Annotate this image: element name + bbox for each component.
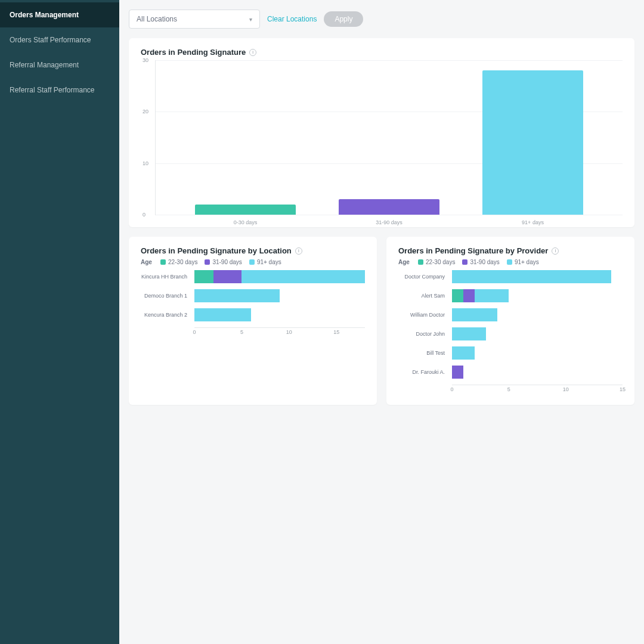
y-tick-label: 0 — [143, 212, 145, 218]
x-tick-label: 31-90 days — [376, 219, 402, 225]
x-tick-label: 5 — [507, 386, 510, 392]
info-icon[interactable]: i — [295, 247, 302, 255]
bar-segment[interactable] — [452, 366, 463, 379]
bar[interactable] — [482, 70, 583, 215]
chevron-down-icon: ▾ — [249, 16, 252, 23]
chart-by-location: Kincura HH BranchDemoco Branch 1Kencura … — [141, 270, 365, 336]
legend-text: 91+ days — [257, 259, 281, 265]
category-label: Doctor Company — [398, 274, 448, 280]
bar-segment[interactable] — [194, 270, 213, 283]
bar[interactable] — [195, 205, 296, 215]
legend-label: Age — [398, 259, 410, 265]
info-icon[interactable]: i — [249, 49, 256, 56]
bar-segment[interactable] — [452, 346, 475, 360]
legend-item: 91+ days — [507, 259, 539, 265]
chart-by-provider: Doctor CompanyAlert SamWilliam DoctorDoc… — [398, 270, 623, 393]
card-title: Orders in Pending Signature — [141, 48, 246, 57]
bar-segment[interactable] — [194, 289, 280, 302]
sidebar: Orders Management Orders Staff Performan… — [0, 0, 119, 644]
bar-segment[interactable] — [452, 308, 497, 321]
legend-text: 22-30 days — [168, 259, 197, 265]
x-tick-label: 10 — [563, 386, 569, 392]
location-select-value: All Locations — [137, 15, 177, 23]
legend-swatch — [249, 259, 255, 265]
x-tick-label: 0 — [450, 386, 453, 392]
sidebar-item-referral-staff-performance[interactable]: Referral Staff Performance — [0, 78, 119, 103]
y-tick-label: 30 — [143, 57, 148, 63]
apply-button[interactable]: Apply — [324, 11, 363, 27]
info-icon[interactable]: i — [552, 247, 559, 255]
legend-text: 31-90 days — [212, 259, 242, 265]
sidebar-item-referral-management[interactable]: Referral Management — [0, 52, 119, 78]
legend-swatch — [205, 259, 210, 265]
x-tick-label: 15 — [620, 386, 626, 392]
category-label: Kincura HH Branch — [141, 274, 191, 280]
legend-item: 31-90 days — [462, 259, 499, 265]
x-tick-label: 5 — [240, 329, 243, 335]
bar-segment[interactable] — [242, 270, 365, 283]
location-select[interactable]: All Locations ▾ — [129, 10, 260, 29]
card-by-provider: Orders in Pending Signature by Provider … — [386, 237, 634, 405]
category-label: Doctor John — [398, 331, 448, 337]
chart-row: Dr. Farouki A. — [452, 366, 623, 379]
card-row: Orders in Pending Signature by Location … — [129, 237, 634, 405]
bar-segment[interactable] — [213, 270, 242, 283]
x-tick-label: 0-30 days — [234, 219, 258, 225]
card-title: Orders in Pending Signature by Location — [141, 246, 292, 255]
x-tick-label: 0 — [193, 329, 196, 335]
category-label: Democo Branch 1 — [141, 293, 191, 299]
chart-row: Bill Test — [452, 346, 623, 360]
main-content: All Locations ▾ Clear Locations Apply Or… — [119, 0, 644, 644]
card-pending-signature: Orders in Pending Signature i 01020300-3… — [129, 38, 634, 227]
legend-item: 91+ days — [249, 259, 281, 265]
legend-text: 91+ days — [515, 259, 539, 265]
chart-row: Doctor John — [452, 327, 623, 340]
chart-pending-signature: 01020300-30 days31-90 days91+ days — [155, 60, 623, 215]
chart-row: Kincura HH Branch — [194, 270, 365, 283]
legend-text: 31-90 days — [470, 259, 499, 265]
legend-text: 22-30 days — [426, 259, 455, 265]
legend-item: 31-90 days — [205, 259, 242, 265]
legend-item: 22-30 days — [418, 259, 455, 265]
legend-swatch — [507, 259, 512, 265]
bar-segment[interactable] — [452, 289, 463, 302]
legend: Age 22-30 days31-90 days91+ days — [398, 259, 623, 265]
bar-segment[interactable] — [463, 289, 475, 302]
bar-segment[interactable] — [475, 289, 509, 302]
x-tick-label: 15 — [333, 329, 339, 335]
legend-label: Age — [141, 259, 152, 265]
legend-swatch — [418, 259, 423, 265]
clear-locations-button[interactable]: Clear Locations — [267, 15, 317, 23]
legend-swatch — [160, 259, 166, 265]
category-label: William Doctor — [398, 312, 448, 318]
bar-segment[interactable] — [194, 308, 251, 321]
bar-segment[interactable] — [452, 327, 486, 340]
category-label: Bill Test — [398, 350, 448, 356]
chart-row: Kencura Branch 2 — [194, 308, 365, 321]
legend-item: 22-30 days — [160, 259, 197, 265]
app-root: Orders Management Orders Staff Performan… — [0, 0, 644, 644]
y-tick-label: 20 — [143, 109, 148, 114]
bar[interactable] — [339, 199, 439, 215]
bar-segment[interactable] — [452, 270, 611, 283]
chart-row: Doctor Company — [452, 270, 623, 283]
category-label: Alert Sam — [398, 293, 448, 299]
chart-row: Alert Sam — [452, 289, 623, 302]
legend: Age 22-30 days31-90 days91+ days — [141, 259, 365, 265]
chart-row: William Doctor — [452, 308, 623, 321]
legend-swatch — [462, 259, 467, 265]
filter-bar: All Locations ▾ Clear Locations Apply — [129, 10, 634, 29]
category-label: Kencura Branch 2 — [141, 312, 191, 318]
category-label: Dr. Farouki A. — [398, 369, 448, 375]
sidebar-item-orders-management[interactable]: Orders Management — [0, 2, 119, 27]
card-by-location: Orders in Pending Signature by Location … — [129, 237, 377, 405]
sidebar-item-orders-staff-performance[interactable]: Orders Staff Performance — [0, 27, 119, 52]
card-title: Orders in Pending Signature by Provider — [398, 246, 548, 255]
x-tick-label: 10 — [286, 329, 292, 335]
y-tick-label: 10 — [143, 160, 148, 166]
chart-row: Democo Branch 1 — [194, 289, 365, 302]
x-tick-label: 91+ days — [522, 219, 544, 225]
